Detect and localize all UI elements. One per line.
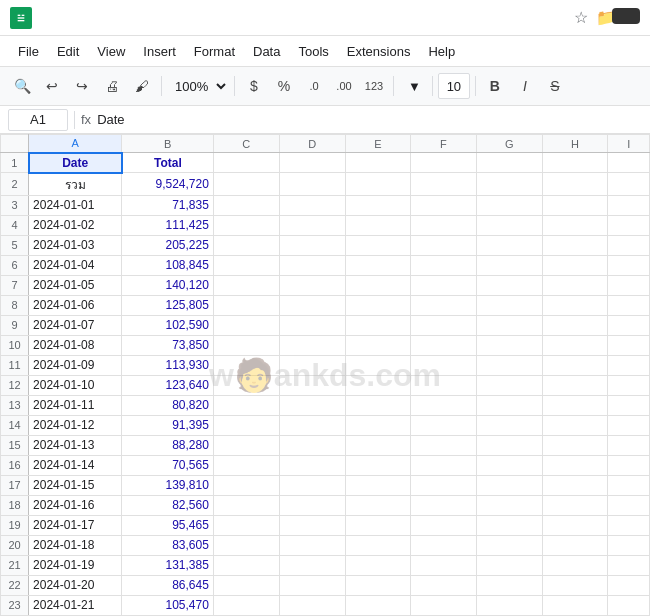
menu-tools[interactable]: Tools xyxy=(290,41,336,62)
cell-g[interactable] xyxy=(476,195,542,215)
table-row[interactable]: 222024-01-2086,645 xyxy=(1,575,650,595)
cell-g[interactable] xyxy=(476,275,542,295)
cell-g[interactable] xyxy=(476,335,542,355)
cell-a[interactable]: 2024-01-18 xyxy=(29,535,122,555)
cell-b[interactable]: 108,845 xyxy=(122,255,214,275)
cell-c[interactable] xyxy=(213,495,279,515)
cell-b[interactable]: 73,850 xyxy=(122,335,214,355)
cell-i[interactable] xyxy=(608,455,650,475)
cell-c[interactable] xyxy=(213,555,279,575)
table-row[interactable]: 2รวม9,524,720 xyxy=(1,173,650,196)
cell-f[interactable] xyxy=(411,275,477,295)
cell-e[interactable] xyxy=(345,315,411,335)
cell-d[interactable] xyxy=(279,295,345,315)
menu-help[interactable]: Help xyxy=(420,41,463,62)
table-row[interactable]: 42024-01-02111,425 xyxy=(1,215,650,235)
cell-c[interactable] xyxy=(213,475,279,495)
menu-edit[interactable]: Edit xyxy=(49,41,87,62)
cell-g[interactable] xyxy=(476,595,542,615)
cell-i[interactable] xyxy=(608,595,650,615)
cell-e[interactable] xyxy=(345,515,411,535)
cell-a[interactable]: 2024-01-07 xyxy=(29,315,122,335)
cell-i[interactable] xyxy=(608,215,650,235)
cell-a[interactable]: Date xyxy=(29,153,122,173)
cell-f[interactable] xyxy=(411,555,477,575)
table-row[interactable]: 82024-01-06125,805 xyxy=(1,295,650,315)
cell-e[interactable] xyxy=(345,555,411,575)
cell-e[interactable] xyxy=(345,575,411,595)
cell-i[interactable] xyxy=(608,355,650,375)
cell-f[interactable] xyxy=(411,595,477,615)
cell-a[interactable]: 2024-01-20 xyxy=(29,575,122,595)
cell-g[interactable] xyxy=(476,555,542,575)
cell-a[interactable]: 2024-01-17 xyxy=(29,515,122,535)
cell-a[interactable]: 2024-01-11 xyxy=(29,395,122,415)
cell-h[interactable] xyxy=(542,455,608,475)
cell-g[interactable] xyxy=(476,375,542,395)
table-row[interactable]: 152024-01-1388,280 xyxy=(1,435,650,455)
col-header-f[interactable]: F xyxy=(411,135,477,153)
cell-f[interactable] xyxy=(411,235,477,255)
col-header-b[interactable]: B xyxy=(122,135,214,153)
star-icon[interactable]: ☆ xyxy=(574,8,588,27)
cell-h[interactable] xyxy=(542,575,608,595)
cell-g[interactable] xyxy=(476,355,542,375)
col-header-e[interactable]: E xyxy=(345,135,411,153)
cell-b[interactable]: 131,385 xyxy=(122,555,214,575)
cell-g[interactable] xyxy=(476,255,542,275)
cell-a[interactable]: 2024-01-19 xyxy=(29,555,122,575)
cell-d[interactable] xyxy=(279,575,345,595)
cell-g[interactable] xyxy=(476,435,542,455)
table-row[interactable]: 182024-01-1682,560 xyxy=(1,495,650,515)
cell-d[interactable] xyxy=(279,435,345,455)
cell-f[interactable] xyxy=(411,335,477,355)
cell-f[interactable] xyxy=(411,355,477,375)
cell-d[interactable] xyxy=(279,255,345,275)
cell-d[interactable] xyxy=(279,535,345,555)
cell-g[interactable] xyxy=(476,455,542,475)
cell-a[interactable]: 2024-01-16 xyxy=(29,495,122,515)
cell-c[interactable] xyxy=(213,575,279,595)
cell-e[interactable] xyxy=(345,395,411,415)
cell-d[interactable] xyxy=(279,315,345,335)
cell-h[interactable] xyxy=(542,315,608,335)
cell-e[interactable] xyxy=(345,255,411,275)
cell-b[interactable]: 86,645 xyxy=(122,575,214,595)
cell-c[interactable] xyxy=(213,335,279,355)
decimal1-button[interactable]: .0 xyxy=(300,72,328,100)
cell-h[interactable] xyxy=(542,535,608,555)
cell-d[interactable] xyxy=(279,215,345,235)
decimal2-button[interactable]: .00 xyxy=(330,72,358,100)
cell-c[interactable] xyxy=(213,195,279,215)
cell-h[interactable] xyxy=(542,415,608,435)
cell-a[interactable]: 2024-01-06 xyxy=(29,295,122,315)
cell-d[interactable] xyxy=(279,355,345,375)
cell-d[interactable] xyxy=(279,415,345,435)
menu-extensions[interactable]: Extensions xyxy=(339,41,419,62)
cell-a[interactable]: 2024-01-14 xyxy=(29,455,122,475)
cell-c[interactable] xyxy=(213,275,279,295)
table-row[interactable]: 122024-01-10123,640 xyxy=(1,375,650,395)
cell-i[interactable] xyxy=(608,255,650,275)
cell-a[interactable]: 2024-01-21 xyxy=(29,595,122,615)
table-row[interactable]: 172024-01-15139,810 xyxy=(1,475,650,495)
cell-b[interactable]: 80,820 xyxy=(122,395,214,415)
cell-f[interactable] xyxy=(411,215,477,235)
cell-h[interactable] xyxy=(542,275,608,295)
cell-f[interactable] xyxy=(411,515,477,535)
cell-h[interactable] xyxy=(542,395,608,415)
cell-i[interactable] xyxy=(608,195,650,215)
cell-c[interactable] xyxy=(213,255,279,275)
col-header-g[interactable]: G xyxy=(476,135,542,153)
cell-c[interactable] xyxy=(213,415,279,435)
cell-e[interactable] xyxy=(345,475,411,495)
cell-c[interactable] xyxy=(213,215,279,235)
menu-format[interactable]: Format xyxy=(186,41,243,62)
cell-h[interactable] xyxy=(542,475,608,495)
cell-b[interactable]: 9,524,720 xyxy=(122,173,214,196)
cell-b[interactable]: Total xyxy=(122,153,214,173)
table-row[interactable]: 102024-01-0873,850 xyxy=(1,335,650,355)
cell-b[interactable]: 125,805 xyxy=(122,295,214,315)
cell-b[interactable]: 82,560 xyxy=(122,495,214,515)
cell-a[interactable]: 2024-01-08 xyxy=(29,335,122,355)
